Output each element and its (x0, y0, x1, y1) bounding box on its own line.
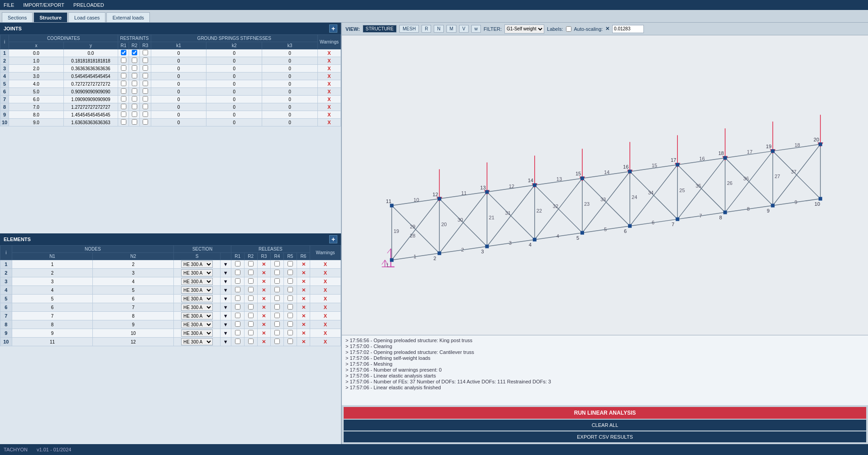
element-section[interactable]: HE 300 A (174, 295, 221, 303)
run-analysis-button[interactable]: RUN LINEAR ANALYSIS (344, 407, 866, 419)
element-section[interactable]: HE 300 A (174, 260, 221, 269)
joint-r2[interactable] (129, 49, 140, 57)
element-r1[interactable] (231, 338, 244, 346)
element-r6[interactable]: ✕ (297, 329, 310, 338)
element-r1[interactable] (231, 286, 244, 295)
element-r2[interactable] (244, 277, 257, 286)
joint-k3[interactable] (262, 49, 318, 57)
clear-all-button[interactable]: CLEAR ALL (344, 420, 866, 431)
joint-k3[interactable] (262, 103, 318, 111)
joint-r3[interactable] (140, 80, 151, 88)
joint-r2[interactable] (129, 103, 140, 111)
element-n1[interactable] (12, 277, 93, 286)
element-section[interactable]: HE 300 A (174, 277, 221, 286)
joint-r2[interactable] (129, 80, 140, 88)
element-r5[interactable] (283, 303, 297, 312)
view-btn-structure[interactable]: STRUCTURE (363, 25, 397, 33)
element-section-drop[interactable]: ▼ (220, 269, 231, 277)
joint-k2[interactable] (206, 80, 262, 88)
element-r4[interactable] (270, 269, 283, 277)
element-n1[interactable] (12, 303, 93, 312)
joint-r2[interactable] (129, 88, 140, 96)
element-r1[interactable] (231, 277, 244, 286)
joint-r1[interactable] (118, 65, 129, 73)
joint-y[interactable] (63, 88, 118, 96)
element-r6[interactable]: ✕ (297, 295, 310, 303)
joint-r1[interactable] (118, 111, 129, 119)
element-section-drop[interactable]: ▼ (220, 329, 231, 338)
element-n1[interactable] (12, 329, 93, 338)
joint-k2[interactable] (206, 96, 262, 103)
element-r3[interactable]: ✕ (257, 295, 270, 303)
joint-r3[interactable] (140, 111, 151, 119)
element-r6[interactable]: ✕ (297, 312, 310, 320)
tab-external-loads[interactable]: External loads (106, 12, 150, 22)
joints-table-wrapper[interactable]: i COORDINATES RESTRAINTS GROUND SPRINGS … (0, 34, 341, 233)
labels-checkbox[interactable] (566, 26, 571, 32)
joint-k1[interactable] (151, 119, 206, 126)
element-n1[interactable] (12, 338, 93, 346)
element-r3[interactable]: ✕ (257, 329, 270, 338)
element-section[interactable]: HE 300 A (174, 312, 221, 320)
element-section-drop[interactable]: ▼ (220, 277, 231, 286)
element-r5[interactable] (283, 320, 297, 329)
section-select[interactable]: HE 300 A (181, 304, 213, 311)
autoscaling-close[interactable]: ✕ (605, 26, 609, 32)
joint-k2[interactable] (206, 119, 262, 126)
joint-x[interactable] (9, 57, 63, 65)
element-r6[interactable]: ✕ (297, 320, 310, 329)
element-n1[interactable] (12, 320, 93, 329)
element-n2[interactable] (93, 303, 174, 312)
joint-r2[interactable] (129, 111, 140, 119)
element-r1[interactable] (231, 269, 244, 277)
element-section[interactable]: HE 300 A (174, 269, 221, 277)
element-r6[interactable]: ✕ (297, 260, 310, 269)
joint-x[interactable] (9, 111, 63, 119)
section-select[interactable]: HE 300 A (181, 295, 213, 302)
element-r1[interactable] (231, 329, 244, 338)
joint-k2[interactable] (206, 88, 262, 96)
joint-r1[interactable] (118, 88, 129, 96)
joint-r1[interactable] (118, 57, 129, 65)
joint-y[interactable] (63, 73, 118, 80)
element-section[interactable]: HE 300 A (174, 303, 221, 312)
element-r3[interactable]: ✕ (257, 286, 270, 295)
view-btn-w[interactable]: w (471, 25, 481, 33)
element-section-drop[interactable]: ▼ (220, 286, 231, 295)
joint-k3[interactable] (262, 57, 318, 65)
element-r3[interactable]: ✕ (257, 269, 270, 277)
joint-r2[interactable] (129, 96, 140, 103)
section-select[interactable]: HE 300 A (181, 286, 213, 294)
joint-x[interactable] (9, 103, 63, 111)
menu-import-export[interactable]: IMPORT/EXPORT (23, 2, 64, 8)
joint-x[interactable] (9, 88, 63, 96)
element-r6[interactable]: ✕ (297, 269, 310, 277)
joint-y[interactable] (63, 111, 118, 119)
element-section-drop[interactable]: ▼ (220, 320, 231, 329)
element-r4[interactable] (270, 312, 283, 320)
element-r2[interactable] (244, 329, 257, 338)
element-r3[interactable]: ✕ (257, 312, 270, 320)
section-select[interactable]: HE 300 A (181, 312, 213, 319)
tab-sections[interactable]: Sections (2, 12, 33, 22)
element-r1[interactable] (231, 312, 244, 320)
joint-r1[interactable] (118, 96, 129, 103)
elements-add-btn[interactable]: + (329, 235, 337, 243)
joint-k1[interactable] (151, 73, 206, 80)
element-section-drop[interactable]: ▼ (220, 303, 231, 312)
joint-r2[interactable] (129, 65, 140, 73)
view-btn-v[interactable]: V (459, 25, 469, 33)
element-r3[interactable]: ✕ (257, 303, 270, 312)
element-n1[interactable] (12, 295, 93, 303)
joint-k3[interactable] (262, 80, 318, 88)
element-section-drop[interactable]: ▼ (220, 338, 231, 346)
section-select[interactable]: HE 300 A (181, 321, 213, 328)
joint-y[interactable] (63, 65, 118, 73)
view-btn-n[interactable]: N (434, 25, 443, 33)
section-select[interactable]: HE 300 A (181, 261, 213, 268)
joint-r3[interactable] (140, 119, 151, 126)
element-r5[interactable] (283, 277, 297, 286)
joint-k1[interactable] (151, 65, 206, 73)
joint-r1[interactable] (118, 73, 129, 80)
element-r3[interactable]: ✕ (257, 338, 270, 346)
